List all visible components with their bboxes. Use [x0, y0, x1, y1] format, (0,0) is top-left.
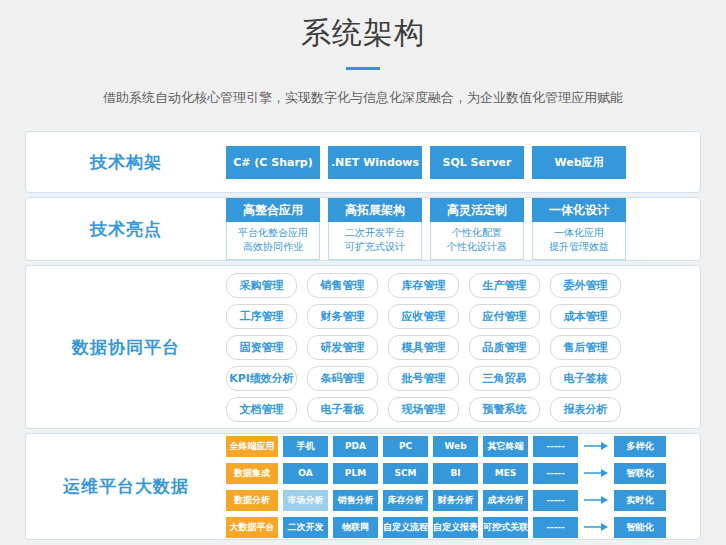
- module-grid-row: KPI绩效分析 条码管理 批号管理 三角贸易 电子签核: [226, 366, 621, 391]
- ops-node: 其它终端: [483, 436, 528, 457]
- highlight-card-line: 个性化配置: [431, 226, 523, 240]
- highlight-card-body: 平台化整合应用 高效协同作业: [226, 222, 320, 260]
- page-subtitle: 借助系统自动化核心管理引擎，实现数字化与信息化深度融合，为企业数值化管理应用赋能: [0, 89, 726, 107]
- ops-row-bigdata: 大数据平台 二次开发 物联网 自定义流程 自定义报表 可控式关联 ----- 智…: [226, 517, 666, 538]
- module-button[interactable]: 批号管理: [388, 366, 459, 391]
- module-button[interactable]: KPI绩效分析: [226, 366, 297, 391]
- highlight-card-title: 高拓展架构: [328, 198, 422, 222]
- ops-node: 自定义流程: [383, 517, 428, 538]
- panels-container: 技术构架 C# (C Sharp) .NET Windows SQL Serve…: [25, 131, 701, 540]
- module-button[interactable]: 三角贸易: [469, 366, 540, 391]
- panel-tech-stack: 技术构架 C# (C Sharp) .NET Windows SQL Serve…: [25, 131, 701, 193]
- ops-node: 财务分析: [433, 490, 478, 511]
- module-button[interactable]: 预警系统: [469, 397, 540, 422]
- module-button[interactable]: 条码管理: [307, 366, 378, 391]
- highlight-card-unified: 一体化设计 一体化应用 提升管理效益: [532, 198, 626, 260]
- arrow-right-icon: [584, 441, 608, 451]
- ops-result-chip: 多样化: [614, 436, 666, 457]
- highlight-card-extensibility: 高拓展架构 二次开发平台 可扩充式设计: [328, 198, 422, 260]
- ops-node: 可控式关联: [483, 517, 528, 538]
- panel-highlights-label: 技术亮点: [26, 198, 226, 260]
- ops-flow-diagram: 全终端应用 手机 PDA PC Web 其它终端 ----- 多样化 数据集成 …: [226, 434, 700, 539]
- module-grid-row: 工序管理 财务管理 应收管理 应付管理 成本管理: [226, 304, 621, 329]
- tech-stack-button-csharp[interactable]: C# (C Sharp): [226, 146, 320, 179]
- module-button[interactable]: 库存管理: [388, 273, 459, 298]
- module-button[interactable]: 委外管理: [550, 273, 621, 298]
- highlight-card-flexibility: 高灵活定制 个性化配置 个性化设计器: [430, 198, 524, 260]
- ops-node: 市场分析: [283, 490, 328, 511]
- ops-result-chip: 智联化: [614, 463, 666, 484]
- highlight-card-title: 高整合应用: [226, 198, 320, 222]
- ops-node: 销售分析: [333, 490, 378, 511]
- highlight-card-line: 一体化应用: [533, 226, 625, 240]
- panel-highlights: 技术亮点 高整合应用 平台化整合应用 高效协同作业 高拓展架构 二次开发平台 可…: [25, 197, 701, 261]
- section-header: 系统架构 借助系统自动化核心管理引擎，实现数字化与信息化深度融合，为企业数值化管…: [0, 0, 726, 107]
- module-grid-row: 文档管理 电子看板 现场管理 预警系统 报表分析: [226, 397, 621, 422]
- title-underline: [346, 67, 380, 70]
- ops-node: 成本分析: [483, 490, 528, 511]
- ops-category-chip: 数据集成: [226, 463, 278, 484]
- ops-node: BI: [433, 463, 478, 484]
- module-button[interactable]: 售后管理: [550, 335, 621, 360]
- module-button[interactable]: 成本管理: [550, 304, 621, 329]
- highlight-cards: 高整合应用 平台化整合应用 高效协同作业 高拓展架构 二次开发平台 可扩充式设计…: [226, 198, 700, 260]
- highlight-card-title: 高灵活定制: [430, 198, 524, 222]
- module-button[interactable]: 报表分析: [550, 397, 621, 422]
- highlight-card-line: 平台化整合应用: [227, 226, 319, 240]
- arrow-right-icon: [584, 468, 608, 478]
- module-button[interactable]: 应收管理: [388, 304, 459, 329]
- module-button[interactable]: 研发管理: [307, 335, 378, 360]
- module-button[interactable]: 工序管理: [226, 304, 297, 329]
- module-button[interactable]: 财务管理: [307, 304, 378, 329]
- system-architecture-section: 系统架构 借助系统自动化核心管理引擎，实现数字化与信息化深度融合，为企业数值化管…: [0, 0, 726, 540]
- ops-category-chip: 数据分析: [226, 490, 278, 511]
- ops-node: 库存分析: [383, 490, 428, 511]
- ops-node: SCM: [383, 463, 428, 484]
- ops-row-terminals: 全终端应用 手机 PDA PC Web 其它终端 ----- 多样化: [226, 436, 666, 457]
- module-button[interactable]: 模具管理: [388, 335, 459, 360]
- module-button[interactable]: 采购管理: [226, 273, 297, 298]
- module-grid-row: 采购管理 销售管理 库存管理 生产管理 委外管理: [226, 273, 621, 298]
- ops-node: PC: [383, 436, 428, 457]
- panel-ops-platform-label: 运维平台大数据: [26, 434, 226, 539]
- ops-node: 自定义报表: [433, 517, 478, 538]
- module-button[interactable]: 生产管理: [469, 273, 540, 298]
- arrow-right-icon: [584, 522, 608, 532]
- highlight-card-body: 个性化配置 个性化设计器: [430, 222, 524, 260]
- ops-node: PDA: [333, 436, 378, 457]
- module-button[interactable]: 现场管理: [388, 397, 459, 422]
- panel-data-platform: 数据协同平台 采购管理 销售管理 库存管理 生产管理 委外管理 工序管理 财务管…: [25, 265, 701, 429]
- module-button[interactable]: 固资管理: [226, 335, 297, 360]
- ops-category-chip: 全终端应用: [226, 436, 278, 457]
- ops-row-integration: 数据集成 OA PLM SCM BI MES ----- 智联化: [226, 463, 666, 484]
- highlight-card-line: 可扩充式设计: [329, 240, 421, 254]
- module-grid: 采购管理 销售管理 库存管理 生产管理 委外管理 工序管理 财务管理 应收管理 …: [226, 266, 700, 428]
- module-button[interactable]: 品质管理: [469, 335, 540, 360]
- ops-node: 二次开发: [283, 517, 328, 538]
- ops-node: 物联网: [333, 517, 378, 538]
- module-button[interactable]: 销售管理: [307, 273, 378, 298]
- tech-stack-button-webapp[interactable]: Web应用: [532, 146, 626, 179]
- highlight-card-line: 高效协同作业: [227, 240, 319, 254]
- module-button[interactable]: 电子看板: [307, 397, 378, 422]
- module-grid-row: 固资管理 研发管理 模具管理 品质管理 售后管理: [226, 335, 621, 360]
- ops-row-analysis: 数据分析 市场分析 销售分析 库存分析 财务分析 成本分析 ----- 实时化: [226, 490, 666, 511]
- arrow-right-icon: [584, 495, 608, 505]
- page-title: 系统架构: [0, 13, 726, 54]
- highlight-card-line: 提升管理效益: [533, 240, 625, 254]
- module-button[interactable]: 电子签核: [550, 366, 621, 391]
- tech-stack-button-dotnet[interactable]: .NET Windows: [328, 146, 422, 179]
- highlight-card-line: 个性化设计器: [431, 240, 523, 254]
- ops-node-ellipsis: -----: [533, 463, 578, 484]
- module-button[interactable]: 应付管理: [469, 304, 540, 329]
- module-button[interactable]: 文档管理: [226, 397, 297, 422]
- highlight-card-line: 二次开发平台: [329, 226, 421, 240]
- ops-node: Web: [433, 436, 478, 457]
- highlight-card-title: 一体化设计: [532, 198, 626, 222]
- tech-stack-button-sqlserver[interactable]: SQL Server: [430, 146, 524, 179]
- ops-node: 手机: [283, 436, 328, 457]
- ops-node: OA: [283, 463, 328, 484]
- ops-node: PLM: [333, 463, 378, 484]
- highlight-card-body: 一体化应用 提升管理效益: [532, 222, 626, 260]
- ops-result-chip: 智能化: [614, 517, 666, 538]
